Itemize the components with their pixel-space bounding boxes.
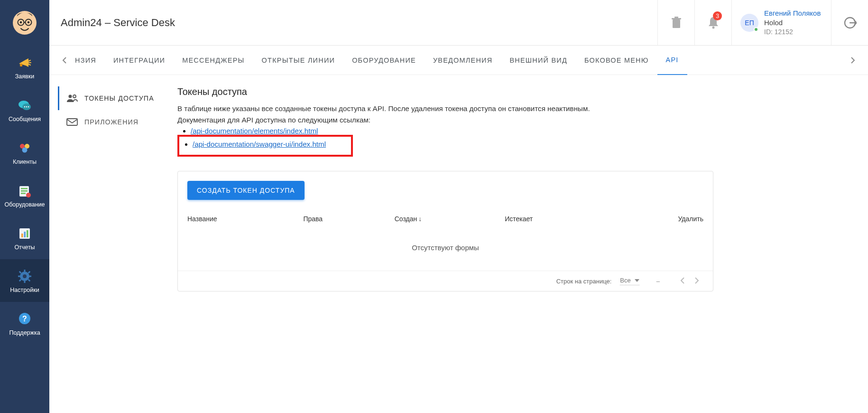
svg-point-11: [28, 106, 29, 107]
gear-icon: [17, 268, 33, 284]
table-footer: Строк на странице: Все –: [178, 271, 713, 291]
page-range: –: [656, 278, 660, 285]
logout-button[interactable]: [831, 0, 868, 45]
clients-icon: [17, 140, 33, 156]
sidebar-item-label: Оборудование: [4, 202, 45, 208]
doc-link-swagger[interactable]: /api-documentation/swagger-ui/index.html: [193, 140, 326, 148]
sidebar-item-label: Отчеты: [14, 244, 35, 251]
tab-api[interactable]: API: [657, 46, 687, 75]
svg-rect-36: [673, 19, 680, 28]
user-avatar[interactable]: [0, 0, 49, 46]
svg-point-42: [73, 95, 76, 98]
caret-down-icon: [635, 279, 639, 282]
col-created[interactable]: Создан↓: [385, 208, 495, 229]
svg-rect-22: [24, 232, 26, 237]
svg-rect-43: [67, 119, 77, 125]
sidebar-item-messages[interactable]: Сообщения: [0, 88, 49, 131]
chevron-right-icon: [850, 56, 855, 64]
group-icon: [66, 94, 78, 103]
svg-rect-37: [672, 18, 681, 19]
col-delete[interactable]: Удалить: [607, 208, 713, 229]
table-empty: Отсутствуют формы: [178, 229, 713, 271]
tabs-prev-button[interactable]: [58, 46, 71, 75]
tab-side-menu[interactable]: БОКОВОЕ МЕНЮ: [576, 46, 657, 75]
rows-per-page-label: Строк на странице:: [556, 278, 612, 285]
account-avatar: ЕП: [740, 14, 758, 32]
reports-icon: [17, 225, 33, 242]
svg-rect-6: [20, 64, 22, 66]
svg-text:?: ?: [22, 315, 27, 323]
equipment-icon: [17, 183, 33, 199]
col-name[interactable]: Название: [178, 208, 294, 229]
svg-point-41: [69, 95, 72, 98]
prev-page-button[interactable]: [676, 277, 690, 285]
svg-point-5: [28, 21, 30, 24]
tokens-table: Название Права Создан↓ Истекает Удалить …: [178, 208, 713, 271]
svg-point-10: [26, 106, 27, 107]
help-icon: ?: [17, 311, 33, 327]
col-expires[interactable]: Истекает: [495, 208, 607, 229]
tab-equipment[interactable]: ОБОРУДОВАНИЕ: [343, 46, 425, 75]
account-org: Holod: [764, 18, 821, 28]
tab-notifications[interactable]: УВЕДОМЛЕНИЯ: [425, 46, 501, 75]
chat-icon: [17, 97, 33, 113]
section-title: Токены доступа: [177, 86, 713, 97]
tab-open-lines[interactable]: ОТКРЫТЫЕ ЛИНИИ: [253, 46, 344, 75]
section-desc-1: В таблице ниже указаны все созданные ток…: [177, 103, 713, 114]
tab-messengers[interactable]: МЕССЕНДЖЕРЫ: [174, 46, 253, 75]
svg-rect-16: [21, 188, 28, 189]
notifications-button[interactable]: 3: [694, 0, 731, 45]
tokens-card: СОЗДАТЬ ТОКЕН ДОСТУПА Название Права Соз…: [177, 171, 713, 291]
trash-icon: [671, 17, 682, 29]
svg-rect-28: [18, 275, 20, 277]
sidebar-item-label: Сообщения: [9, 116, 41, 122]
section-desc-2: Документация для API доступна по следующ…: [177, 114, 713, 126]
svg-point-4: [20, 21, 22, 24]
subnav-apps[interactable]: ПРИЛОЖЕНИЯ: [58, 110, 177, 134]
svg-point-39: [712, 26, 714, 28]
next-page-button[interactable]: [690, 277, 703, 285]
svg-rect-23: [27, 230, 28, 237]
sidebar-item-requests[interactable]: Заявки: [0, 46, 49, 88]
sidebar-item-equipment[interactable]: Оборудование: [0, 174, 49, 216]
col-rights[interactable]: Права: [294, 208, 385, 229]
chevron-left-icon: [681, 277, 685, 284]
page-title: Admin24 – Service Desk: [49, 17, 657, 29]
sidebar-item-support[interactable]: ? Поддержка: [0, 302, 49, 345]
sidebar-item-settings[interactable]: Настройки: [0, 259, 49, 302]
svg-point-19: [26, 193, 31, 197]
tabs-row: НЗИЯ ИНТЕГРАЦИИ МЕССЕНДЖЕРЫ ОТКРЫТЫЕ ЛИН…: [49, 46, 868, 75]
svg-rect-38: [674, 17, 678, 18]
svg-rect-27: [24, 281, 26, 283]
rows-per-page-select[interactable]: Все: [620, 277, 639, 285]
tabs-next-button[interactable]: [846, 46, 859, 75]
svg-rect-18: [21, 193, 26, 194]
create-token-button[interactable]: СОЗДАТЬ ТОКЕН ДОСТУПА: [187, 181, 305, 200]
doc-links-list: /api-documentation/elements/index.html: [177, 127, 713, 135]
subnav-tokens[interactable]: ТОКЕНЫ ДОСТУПА: [58, 86, 177, 110]
status-online-icon: [754, 27, 758, 32]
sidebar-item-label: Настройки: [10, 287, 39, 293]
chevron-left-icon: [62, 56, 67, 64]
tab-appearance[interactable]: ВНЕШНИЙ ВИД: [501, 46, 576, 75]
logout-icon: [843, 16, 857, 29]
tab-partial[interactable]: НЗИЯ: [71, 46, 105, 75]
svg-rect-26: [24, 270, 26, 272]
subnav-label: ПРИЛОЖЕНИЯ: [84, 118, 139, 126]
highlight-box: /api-documentation/swagger-ui/index.html: [177, 135, 353, 157]
sidebar-item-clients[interactable]: Клиенты: [0, 131, 49, 174]
account-id: ID: 12152: [764, 28, 821, 37]
topbar: Admin24 – Service Desk 3 ЕП Евгений Поля…: [49, 0, 868, 46]
svg-point-14: [22, 147, 28, 152]
account-menu[interactable]: ЕП Евгений Поляков Holod ID: 12152: [731, 0, 831, 45]
trash-button[interactable]: [657, 0, 694, 45]
avatar-icon: [12, 10, 37, 35]
sidebar-item-label: Поддержка: [9, 330, 40, 336]
doc-link-elements[interactable]: /api-documentation/elements/index.html: [191, 127, 318, 135]
notif-badge: 3: [713, 11, 722, 20]
tab-integrations[interactable]: ИНТЕГРАЦИИ: [105, 46, 174, 75]
sidebar-item-label: Заявки: [15, 74, 34, 80]
sidebar-item-reports[interactable]: Отчеты: [0, 216, 49, 259]
account-name: Евгений Поляков: [764, 9, 821, 18]
svg-point-9: [24, 106, 25, 107]
